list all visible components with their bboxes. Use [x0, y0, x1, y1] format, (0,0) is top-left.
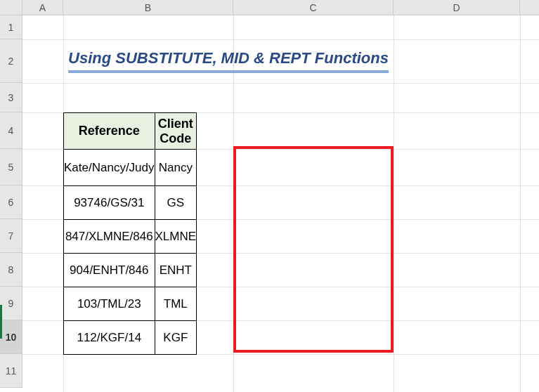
spreadsheet-container: A B C D 1 2 3 4 5 6 7 8 9 10 11: [0, 0, 539, 392]
row-selection-indicator: [0, 305, 2, 339]
table-row: 112/KGF/14 KGF: [64, 321, 197, 355]
row-header-8[interactable]: 8: [0, 253, 22, 287]
table-row: Kate/Nancy/Judy Nancy: [64, 150, 197, 186]
column-headers-row: A B C D: [0, 0, 539, 15]
cell-client-code[interactable]: TML: [155, 287, 197, 321]
column-header-C[interactable]: C: [233, 0, 394, 15]
table-row: 103/TML/23 TML: [64, 287, 197, 321]
row-headers-column: 1 2 3 4 5 6 7 8 9 10 11: [0, 15, 22, 388]
column-header-A[interactable]: A: [22, 0, 63, 15]
cell-client-code[interactable]: KGF: [155, 321, 197, 355]
cell-reference[interactable]: Kate/Nancy/Judy: [64, 150, 155, 186]
title-cell[interactable]: Using SUBSTITUTE, MID & REPT Functions: [63, 39, 394, 83]
cell-client-code[interactable]: GS: [155, 186, 197, 220]
page-title: Using SUBSTITUTE, MID & REPT Functions: [68, 49, 389, 73]
table-row: 904/ENHT/846 ENHT: [64, 254, 197, 287]
row-header-6[interactable]: 6: [0, 185, 22, 219]
table-row: 847/XLMNE/846 XLMNE: [64, 220, 197, 254]
cell-client-code[interactable]: XLMNE: [155, 220, 197, 254]
header-reference[interactable]: Reference: [64, 113, 155, 150]
cell-reference[interactable]: 112/KGF/14: [64, 321, 155, 355]
cell-reference[interactable]: 847/XLMNE/846: [64, 220, 155, 254]
row-header-10[interactable]: 10: [0, 320, 22, 354]
column-header-D[interactable]: D: [394, 0, 520, 15]
row-header-2[interactable]: 2: [0, 39, 22, 83]
select-all-corner[interactable]: [0, 0, 22, 15]
cell-reference[interactable]: 93746/GS/31: [64, 186, 155, 220]
cell-client-code[interactable]: ENHT: [155, 254, 197, 287]
cell-reference[interactable]: 904/ENHT/846: [64, 254, 155, 287]
row-header-7[interactable]: 7: [0, 219, 22, 253]
table-row: 93746/GS/31 GS: [64, 186, 197, 220]
cell-reference[interactable]: 103/TML/23: [64, 287, 155, 321]
row-header-9[interactable]: 9: [0, 287, 22, 320]
row-header-1[interactable]: 1: [0, 15, 22, 39]
row-header-3[interactable]: 3: [0, 83, 22, 112]
row-header-4[interactable]: 4: [0, 112, 22, 149]
row-header-5[interactable]: 5: [0, 149, 22, 185]
data-table: Reference Client Code Kate/Nancy/Judy Na…: [63, 112, 197, 355]
row-header-11[interactable]: 11: [0, 354, 22, 388]
column-header-B[interactable]: B: [63, 0, 233, 15]
header-client-code[interactable]: Client Code: [155, 113, 197, 150]
cell-client-code[interactable]: Nancy: [155, 150, 197, 186]
highlight-box: [233, 146, 394, 353]
